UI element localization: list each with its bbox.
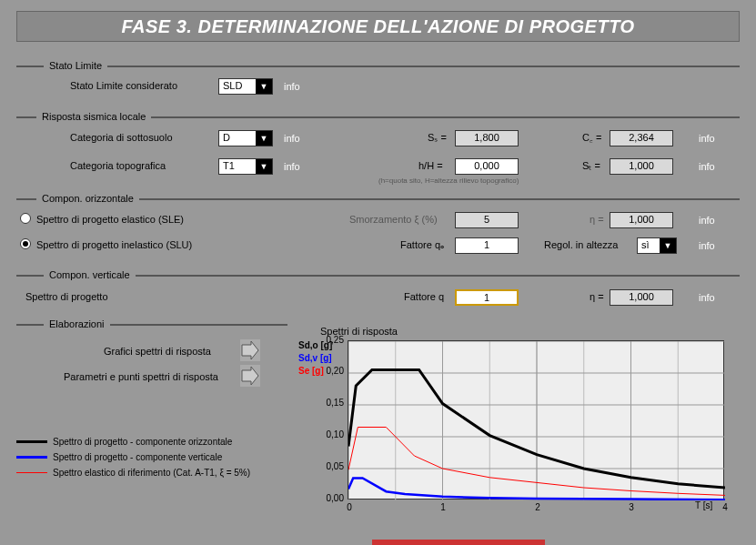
xtick-1: 1: [434, 502, 452, 512]
label-cc: C꜀ =: [582, 132, 601, 144]
input-q-vert[interactable]: 1: [455, 289, 519, 306]
xtick-2: 2: [529, 502, 547, 512]
panel-tab-risposta: Risposta sismica locale: [36, 111, 151, 122]
label-smorz: Smorzamento ξ (%): [349, 214, 438, 225]
label-q-vert: Fattore q: [404, 291, 444, 302]
select-regol-value: sì: [638, 238, 660, 253]
legend-item-3: Spettro elastico di riferimento (Cat. A-…: [16, 468, 289, 478]
info-link-stato-limite[interactable]: info: [284, 81, 300, 92]
panel-tab-stato-limite: Stato Limite: [44, 60, 107, 71]
plot-area: [348, 340, 724, 500]
select-stato-limite[interactable]: SLD ▼: [218, 78, 273, 95]
xtick-4: 4: [716, 502, 734, 512]
legend-item-2: Spettro di progetto - componente vertica…: [16, 452, 289, 462]
radio-sle[interactable]: [20, 213, 31, 224]
button-grafici[interactable]: [240, 339, 260, 361]
select-cat-sottosuolo[interactable]: D ▼: [218, 130, 273, 146]
label-stato-limite: Stato Limite considerato: [70, 80, 177, 91]
chart-legend: Spettro di progetto - componente orizzon…: [16, 431, 289, 483]
chevron-down-icon: ▼: [660, 238, 676, 253]
x-axis-label: T [s]: [695, 500, 712, 510]
note-hH: (h=quota sito, H=altezza rilievo topogra…: [378, 177, 519, 185]
input-qo[interactable]: 1: [455, 237, 519, 254]
response-spectra-chart: Sd,o [g] Sd,v [g] Se [g] 0,00 0,05 0,10 …: [295, 338, 741, 519]
ytick-2: 0,10: [313, 429, 344, 439]
ytick-5: 0,25: [313, 335, 344, 345]
value-st: 1,000: [610, 158, 673, 175]
label-cat-topo: Categoria topografica: [70, 160, 166, 171]
info-link-sottosuolo[interactable]: info: [284, 133, 300, 144]
panel-tab-vert: Compon. verticale: [44, 269, 136, 280]
ytick-4: 0,20: [313, 366, 344, 376]
info-link-smorz[interactable]: info: [699, 215, 715, 226]
panel-tab-elab: Elaborazioni: [44, 318, 110, 329]
value-eta-vert: 1,000: [610, 289, 673, 306]
label-spettro-vert: Spettro di progetto: [25, 291, 108, 302]
select-cat-sottosuolo-value: D: [219, 131, 256, 146]
legend-item-1: Spettro di progetto - componente orizzon…: [16, 437, 289, 447]
value-ss: 1,800: [455, 130, 519, 146]
value-eta-oriz: 1,000: [610, 212, 673, 228]
xtick-3: 3: [622, 502, 640, 512]
label-grafici: Grafici spettri di risposta: [104, 346, 211, 357]
label-regol: Regol. in altezza: [544, 239, 618, 250]
label-hH: h/H =: [418, 160, 443, 171]
label-cat-sottosuolo: Categoria di sottosuolo: [70, 132, 173, 143]
info-link-vert[interactable]: info: [699, 292, 715, 303]
chevron-down-icon: ▼: [256, 79, 272, 94]
info-link-ss-cc[interactable]: info: [699, 133, 715, 144]
select-cat-topo[interactable]: T1 ▼: [218, 158, 273, 175]
ytick-0: 0,00: [313, 493, 344, 503]
select-cat-topo-value: T1: [219, 159, 256, 174]
info-link-topo[interactable]: info: [284, 161, 300, 172]
value-smorz: 5: [455, 212, 519, 228]
info-link-qo[interactable]: info: [699, 240, 715, 251]
button-parametri[interactable]: [240, 365, 260, 387]
select-regol[interactable]: sì ▼: [637, 237, 677, 254]
label-parametri: Parametri e punti spettri di risposta: [64, 371, 218, 382]
select-stato-limite-value: SLD: [219, 79, 256, 94]
label-st: Sₜ =: [582, 160, 600, 172]
label-slu: Spettro di progetto inelastico (SLU): [36, 239, 192, 250]
page-title: FASE 3. DETERMINAZIONE DELL'AZIONE DI PR…: [16, 11, 740, 42]
value-cc: 2,364: [610, 130, 673, 146]
label-ss: Sₛ =: [428, 132, 447, 144]
panel-tab-orizz: Compon. orizzontale: [36, 193, 139, 204]
info-link-st[interactable]: info: [699, 161, 715, 172]
ytick-3: 0,15: [313, 398, 344, 408]
radio-slu[interactable]: [20, 238, 31, 249]
label-eta-vert: η =: [590, 291, 604, 302]
xtick-0: 0: [340, 502, 358, 512]
label-qo: Fattore qₒ: [400, 239, 445, 251]
input-hH[interactable]: 0,000: [455, 158, 519, 175]
bottom-accent: [372, 540, 545, 545]
chevron-down-icon: ▼: [256, 131, 272, 146]
label-sle: Spettro di progetto elastico (SLE): [36, 214, 184, 225]
label-eta-oriz: η =: [590, 214, 604, 225]
ytick-1: 0,05: [313, 461, 344, 471]
chevron-down-icon: ▼: [256, 159, 272, 174]
series-label-sdv: Sd,v [g]: [298, 353, 332, 363]
